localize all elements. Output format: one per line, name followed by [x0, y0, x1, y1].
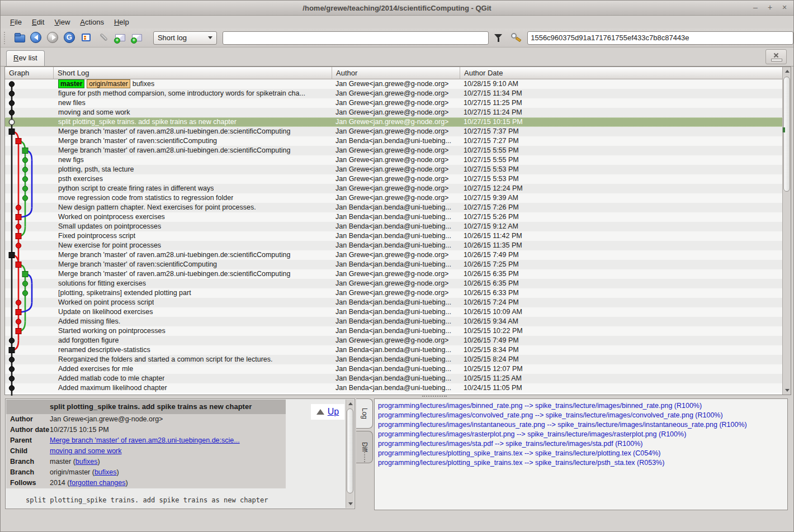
commit-row[interactable]: Merge branch 'master' of raven.am28.uni-…	[5, 269, 782, 279]
up-control[interactable]: Up	[311, 404, 344, 420]
menu-item-actions[interactable]: Actions	[75, 16, 109, 28]
author-cell: Jan Grewe<jan.grewe@g-node.org>	[332, 250, 460, 260]
tab-rev-list[interactable]: Rev list	[6, 50, 45, 66]
close-tab-icon	[773, 53, 779, 58]
file-rename-entry[interactable]: programming/lectures/plotting_spike_trai…	[378, 458, 784, 468]
log-view-select[interactable]: Short log	[153, 31, 217, 45]
minimize-button[interactable]: –	[751, 3, 760, 12]
commit-row[interactable]: new files Jan Grewe<jan.grewe@g-node.org…	[5, 98, 782, 108]
maximize-button[interactable]: +	[765, 3, 774, 12]
rev-list-scrollbar[interactable]	[782, 67, 791, 395]
menu-item-edit[interactable]: Edit	[27, 16, 49, 28]
open-folder-icon[interactable]	[12, 30, 27, 46]
scroll-up-icon[interactable]	[346, 400, 355, 407]
short-log-cell: solutions for fitting exercises	[54, 279, 332, 288]
close-tab-button[interactable]	[765, 49, 787, 64]
commit-row[interactable]: New design pattern chapter. Next exercis…	[5, 203, 782, 212]
commit-row[interactable]: figure for psth method comparsion, some …	[5, 89, 782, 98]
commit-row[interactable]: Fixed pointprocess script Jan Benda<jan.…	[5, 231, 782, 241]
commit-row[interactable]: [plotting, spiketrains] extended plottin…	[5, 288, 782, 298]
detail-link[interactable]: bufixes	[94, 468, 117, 476]
file-rename-entry[interactable]: programming/lectures/images/convolved_ra…	[378, 411, 784, 420]
file-rename-entry[interactable]: programming/lectures/images/rasterplot.p…	[378, 430, 784, 439]
scrollbar-thumb[interactable]	[783, 77, 790, 192]
commit-row[interactable]: Merge branch 'master' of raven.am28.uni-…	[5, 127, 782, 136]
commit-row[interactable]: Merge branch 'master' of raven.am28.uni-…	[5, 250, 782, 260]
detail-link[interactable]: bufixes	[75, 458, 98, 466]
menu-item-help[interactable]: Help	[109, 16, 134, 28]
commit-row[interactable]: renamed descriptive-statistics Jan Benda…	[5, 345, 782, 355]
up-link[interactable]: Up	[328, 407, 339, 417]
home-icon[interactable]	[63, 30, 77, 46]
scrollbar-thumb[interactable]	[347, 408, 353, 493]
save-patch-icon[interactable]	[113, 30, 127, 46]
commit-row[interactable]: Started working on pointprocesses Jan Be…	[5, 326, 782, 336]
header-graph[interactable]: Graph	[5, 67, 54, 79]
toolbar-handle[interactable]	[4, 32, 8, 44]
detail-link[interactable]: moving and some work	[50, 447, 122, 455]
scroll-down-icon[interactable]	[783, 387, 791, 395]
detail-link[interactable]: Merge branch 'master' of raven.am28.uni-…	[50, 436, 240, 444]
commit-row[interactable]: Merge branch 'master' of raven:scientifi…	[5, 136, 782, 146]
file-rename-entry[interactable]: programming/lectures/plotting_spike_trai…	[378, 449, 784, 458]
commit-row[interactable]: New exercise for point processes Jan Ben…	[5, 241, 782, 250]
detail-scrollbar[interactable]	[346, 400, 354, 508]
tab-log[interactable]: Log	[356, 398, 373, 429]
commit-row[interactable]: Added maximum likelihood chapter Jan Ben…	[5, 383, 782, 393]
author-cell: Jan Grewe<jan.grewe@g-node.org>	[332, 108, 460, 117]
commit-row[interactable]: Merge branch 'master' of raven:scientifi…	[5, 260, 782, 269]
commit-row[interactable]: plotting, psth, sta lecture Jan Grewe<ja…	[5, 165, 782, 174]
commit-row[interactable]: split plotting_spike trains. add spike t…	[5, 117, 782, 127]
apply-patch-icon[interactable]	[130, 30, 144, 46]
menu-item-view[interactable]: View	[49, 16, 75, 28]
commit-row[interactable]: Added exercises for mle Jan Benda<jan.be…	[5, 364, 782, 374]
commit-row[interactable]: Merge branch 'master' of raven.am28.uni-…	[5, 146, 782, 155]
commit-row[interactable]: Reorganized the folders and started a co…	[5, 355, 782, 364]
header-author[interactable]: Author	[332, 67, 460, 79]
commit-row[interactable]: new figs Jan Grewe<jan.grewe@g-node.org>…	[5, 155, 782, 165]
commit-row[interactable]: add forgotten figure Jan Grewe<jan.grewe…	[5, 336, 782, 345]
commit-row[interactable]: Small updates on pointprocesses Jan Bend…	[5, 222, 782, 231]
date-cell: 10/24/15 11:05 PM	[460, 383, 782, 393]
file-rename-entry[interactable]: programming/lectures/images/binned_rate.…	[378, 401, 784, 411]
wand-icon[interactable]	[96, 30, 111, 46]
author-cell: Jan Grewe<jan.grewe@g-node.org>	[332, 89, 460, 98]
highlight-search-icon[interactable]	[509, 31, 522, 45]
commit-row[interactable]: solutions for fitting exercises Jan Grew…	[5, 279, 782, 288]
author-cell: Jan Benda<jan.benda@uni-tuebing...	[332, 307, 460, 317]
commit-row[interactable]: python script to create firing rates in …	[5, 184, 782, 193]
graph-cell	[5, 146, 54, 155]
commit-row[interactable]: Worked on pointprocess exercises Jan Ben…	[5, 212, 782, 222]
forward-icon[interactable]	[46, 30, 60, 46]
commit-row[interactable]: Update on likelihood exercises Jan Benda…	[5, 307, 782, 317]
search-input[interactable]	[223, 31, 489, 45]
author-cell: Jan Grewe<jan.grewe@g-node.org>	[332, 288, 460, 298]
short-log-cell: psth exercises	[54, 174, 332, 184]
commit-row[interactable]: Added matlab code to mle chapter Jan Ben…	[5, 374, 782, 383]
sha-input[interactable]	[527, 31, 793, 45]
commit-row[interactable]: move regression code from statistics to …	[5, 193, 782, 203]
file-rename-entry[interactable]: programming/lectures/images/sta.pdf --> …	[378, 439, 784, 449]
file-rename-entry[interactable]: programming/lectures/images/instantaneou…	[378, 420, 784, 430]
commit-row[interactable]: moving and some work Jan Grewe<jan.grewe…	[5, 108, 782, 117]
author-cell: Jan Benda<jan.benda@uni-tuebing...	[332, 364, 460, 374]
graph-cell	[5, 364, 54, 374]
author-cell: Jan Benda<jan.benda@uni-tuebing...	[332, 355, 460, 364]
header-author-date[interactable]: Author Date	[460, 67, 782, 79]
back-icon[interactable]	[29, 30, 44, 46]
detail-link[interactable]: forgotten changes	[69, 479, 125, 487]
menu-item-file[interactable]: File	[5, 16, 27, 28]
scroll-up-icon[interactable]	[783, 67, 791, 75]
commit-row[interactable]: masterorigin/masterbufixes Jan Grewe<jan…	[5, 79, 782, 89]
scroll-down-icon[interactable]	[346, 500, 355, 508]
filter-icon[interactable]	[492, 31, 505, 45]
splitter-handle-vertical[interactable]	[364, 443, 367, 462]
date-cell: 10/25/15 12:07 PM	[460, 364, 782, 374]
author-cell: Jan Benda<jan.benda@uni-tuebing...	[332, 317, 460, 326]
close-button[interactable]: ×	[780, 3, 789, 12]
commit-row[interactable]: psth exercises Jan Grewe<jan.grewe@g-nod…	[5, 174, 782, 184]
commit-row[interactable]: Worked on point process script Jan Benda…	[5, 298, 782, 307]
view-icon[interactable]	[79, 30, 94, 46]
header-short-log[interactable]: Short Log	[54, 67, 332, 79]
commit-row[interactable]: Added missing files. Jan Benda<jan.benda…	[5, 317, 782, 326]
